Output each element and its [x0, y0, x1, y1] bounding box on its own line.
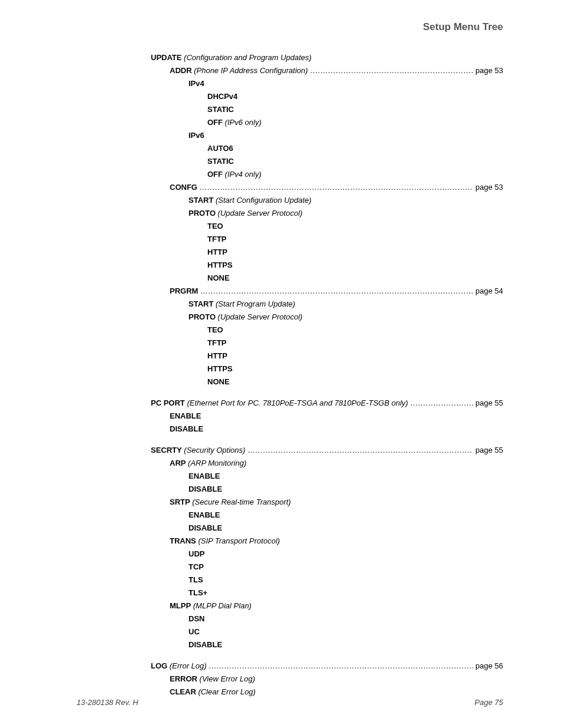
menu-label: HTTP [207, 248, 227, 256]
menu-bold-text: TFTP [207, 235, 227, 243]
menu-italic-text: (Secure Real-time Transport) [190, 498, 291, 506]
menu-line: STATIC [151, 157, 503, 167]
menu-line: ENABLE [151, 411, 503, 421]
menu-label: STATIC [207, 105, 234, 114]
menu-label: IPv6 [189, 131, 204, 140]
menu-label: PRGRM [170, 286, 198, 295]
gap [151, 390, 503, 398]
menu-line: TEO [151, 325, 503, 335]
menu-line: HTTPS [151, 364, 503, 374]
menu-italic-text: (View Error Log) [197, 674, 255, 683]
menu-label: NONE [207, 377, 230, 386]
menu-line: ARP (ARP Monitoring) [151, 459, 503, 469]
menu-bold-text: DHCPv4 [207, 92, 237, 101]
menu-line: START (Start Configuration Update) [151, 196, 503, 206]
menu-line: HTTPS [151, 261, 503, 271]
menu-bold-text: PC PORT [151, 398, 185, 407]
menu-bold-text: PRGRM [170, 286, 198, 295]
menu-italic-text: (Ethernet Port for PC. 7810PoE-TSGA and … [185, 398, 408, 407]
menu-line: ADDR (Phone IP Address Configuration) pa… [151, 66, 503, 76]
menu-label: OFF (IPv6 only) [207, 118, 262, 127]
menu-line: OFF (IPv6 only) [151, 118, 503, 128]
menu-label: ENABLE [170, 411, 201, 420]
menu-label: OFF (IPv4 only) [207, 170, 262, 179]
dot-leader [411, 399, 473, 407]
page-number: Page 75 [475, 698, 503, 707]
menu-line: DISABLE [151, 424, 503, 434]
menu-label: IPv4 [189, 79, 204, 88]
menu-line: TFTP [151, 338, 503, 348]
dot-leader [247, 446, 473, 454]
menu-line: SRTP (Secure Real-time Transport) [151, 498, 503, 508]
menu-line: PC PORT (Ethernet Port for PC. 7810PoE-T… [151, 398, 503, 409]
menu-label: PC PORT (Ethernet Port for PC. 7810PoE-T… [151, 398, 408, 407]
gap [151, 437, 503, 446]
dot-leader [310, 67, 473, 75]
menu-bold-text: START [189, 299, 213, 308]
menu-bold-text: HTTPS [207, 364, 233, 373]
menu-line: DISABLE [151, 640, 503, 650]
menu-label: DHCPv4 [207, 92, 237, 101]
menu-italic-text: (Security Options) [182, 446, 246, 454]
dot-leader [200, 287, 473, 295]
menu-bold-text: DISABLE [189, 485, 222, 493]
menu-italic-text: (IPv4 only) [223, 170, 262, 179]
menu-bold-text: TEO [207, 325, 223, 334]
menu-label: DISABLE [189, 523, 222, 532]
menu-label: NONE [207, 274, 230, 282]
menu-label: LOG (Error Log) [151, 661, 207, 670]
menu-label: CLEAR (Clear Error Log) [170, 687, 256, 696]
menu-bold-text: NONE [207, 377, 230, 386]
menu-bold-text: TFTP [207, 338, 227, 347]
menu-line: CONFGpage 53 [151, 183, 503, 193]
menu-italic-text: (Update Server Protocol) [216, 312, 302, 321]
menu-label: HTTPS [207, 261, 233, 269]
section-title: Setup Menu Tree [77, 21, 503, 33]
menu-line: MLPP (MLPP Dial Plan) [151, 601, 503, 611]
menu-line: ENABLE [151, 510, 503, 521]
menu-bold-text: HTTP [207, 248, 227, 256]
menu-label: ERROR (View Error Log) [170, 674, 255, 683]
menu-line: TFTP [151, 235, 503, 245]
menu-label: PROTO (Update Server Protocol) [189, 209, 302, 218]
menu-bold-text: CONFG [170, 183, 197, 192]
menu-line: AUTO6 [151, 144, 503, 154]
menu-label: STATIC [207, 157, 234, 166]
menu-bold-text: HTTP [207, 351, 227, 360]
menu-bold-text: LOG [151, 661, 167, 670]
menu-line: PROTO (Update Server Protocol) [151, 209, 503, 219]
doc-id: 13-280138 Rev. H [77, 698, 138, 707]
menu-line: STATIC [151, 105, 503, 115]
menu-label: HTTPS [207, 364, 233, 373]
menu-tree-content: UPDATE (Configuration and Program Update… [77, 53, 503, 697]
menu-line: TCP [151, 562, 503, 572]
menu-italic-text: (Configuration and Program Updates) [181, 53, 311, 62]
menu-line: LOG (Error Log) page 56 [151, 661, 503, 671]
menu-label: TEO [207, 222, 223, 230]
menu-label: UPDATE (Configuration and Program Update… [151, 53, 312, 62]
menu-bold-text: ENABLE [170, 411, 201, 420]
menu-line: TLS [151, 575, 503, 585]
dot-leader [200, 183, 473, 192]
menu-bold-text: SECRTY [151, 446, 182, 454]
menu-line: TLS+ [151, 588, 503, 598]
menu-line: IPv6 [151, 131, 503, 141]
menu-bold-text: OFF [207, 118, 223, 127]
menu-label: TRANS (SIP Transport Protocol) [170, 536, 280, 545]
page-footer: 13-280138 Rev. H Page 75 [77, 698, 503, 707]
menu-bold-text: DISABLE [170, 424, 203, 433]
menu-italic-text: (Update Server Protocol) [216, 209, 302, 218]
menu-bold-text: CLEAR [170, 687, 196, 696]
menu-italic-text: (Start Program Update) [213, 299, 295, 308]
menu-line: TRANS (SIP Transport Protocol) [151, 536, 503, 546]
menu-line: NONE [151, 377, 503, 387]
menu-label: DSN [189, 614, 204, 623]
menu-line: SECRTY (Security Options) page 55 [151, 446, 503, 456]
page-reference: page 55 [475, 446, 503, 454]
menu-label: TLS+ [189, 588, 207, 597]
menu-line: UPDATE (Configuration and Program Update… [151, 53, 503, 63]
menu-line: UC [151, 627, 503, 637]
menu-label: TCP [189, 562, 204, 571]
menu-italic-text: (Clear Error Log) [196, 687, 256, 696]
menu-line: DSN [151, 614, 503, 624]
